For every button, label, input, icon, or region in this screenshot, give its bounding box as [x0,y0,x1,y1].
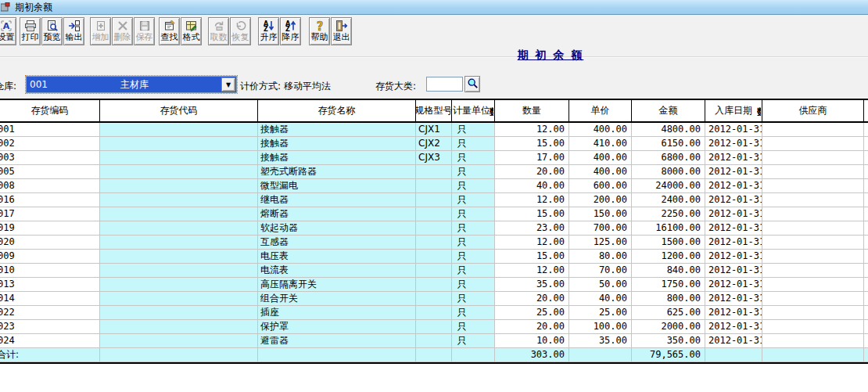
cell-price: 400.00 [569,165,632,179]
cell-unit: 只 [452,250,495,264]
cell-unit: 只 [452,292,495,306]
table-row[interactable]: 003接触器CJX3只17.00400.006800.002012-01-31 [0,151,868,165]
cell-amount: 16100.00 [632,221,705,236]
cell-edge [864,207,868,221]
cell-code2 [100,137,258,151]
cell-name: 高压隔离开关 [258,278,416,292]
cell-code2 [100,151,258,165]
cell-name: 继电器 [258,193,416,207]
cell-date: 2012-01-31 [705,250,762,264]
category-input[interactable] [426,77,463,92]
cell-price [569,348,632,362]
delete-button[interactable]: 删除 [112,17,133,45]
toolbar-button-label: 设置 [0,32,15,43]
toolbar-button-label: 帮助 [311,32,328,43]
find-button[interactable]: 查找 [159,17,180,45]
cell-spec [416,292,452,306]
save-button[interactable]: 保存 [134,17,155,45]
cell-code2 [100,221,258,236]
table-row[interactable]: 020互感器只12.00125.001500.002012-01-31 [0,236,868,250]
cell-supplier [762,137,864,151]
cell-edge [864,348,868,362]
cell-amount: 6150.00 [632,137,705,151]
cell-supplier [762,278,864,292]
table-row[interactable]: 016继电器只12.00200.002400.002012-01-31 [0,193,868,207]
cell-qty: 20.00 [495,165,569,179]
cell-supplier [762,236,864,250]
cell-code2 [100,193,258,207]
add-button[interactable]: 增加 [90,17,111,45]
cell-spec [416,221,452,236]
total-row[interactable]: 合计:303.0079,565.00 [0,348,868,364]
help-button[interactable]: ?帮助 [309,17,330,45]
fetch-icon [213,19,225,32]
toolbar-button-label: 查找 [161,32,178,43]
page-title: 期 初 余 额 [507,49,594,63]
cell-name: 接触器 [258,137,416,151]
table-row[interactable]: 001接触器CJX1只12.00400.004800.002012-01-31 [0,123,868,137]
delete-icon [117,19,129,32]
column-header-unit: 计量单位数 [452,100,495,121]
cell-edge [864,306,868,320]
cell-edge [864,193,868,207]
chevron-down-icon[interactable]: ▼ [221,77,235,92]
print-button[interactable]: 打印 [20,17,41,45]
cell-amount: 625.00 [632,306,705,320]
cell-code: 001 [0,123,100,137]
cell-code2 [100,292,258,306]
cell-amount: 8000.00 [632,165,705,179]
svg-text:Z: Z [264,26,268,32]
cell-code2 [100,264,258,278]
cell-qty: 40.00 [495,179,569,193]
cell-edge [864,278,868,292]
table-row[interactable]: 024避雷器只10.0035.00350.002012-01-31 [0,334,868,348]
sort-desc-button[interactable]: AZ降序 [280,17,301,45]
toolbar-button-label: 保存 [136,32,153,43]
cell-name: 接触器 [258,151,416,165]
table-row[interactable]: 022插座只25.0025.00625.002012-01-31 [0,306,868,320]
cell-price: 50.00 [569,278,632,292]
cell-price: 125.00 [569,236,632,250]
sort-asc-button[interactable]: AZ升序 [258,17,279,45]
cell-amount: 4800.00 [632,123,705,137]
cell-unit: 只 [452,179,495,193]
find-icon [163,19,176,32]
table-row[interactable]: 010电流表只12.0070.00840.002012-01-31 [0,264,868,278]
table-row[interactable]: 013高压隔离开关只35.0050.001750.002012-01-31 [0,278,868,292]
toolbar-button-label: 升序 [260,32,278,43]
settings-button[interactable]: A设置 [0,17,16,45]
cell-date: 2012-01-31 [705,306,762,320]
preview-button[interactable]: 预览 [41,17,63,45]
window-title: 期初余额 [15,1,52,14]
cell-code: 005 [0,165,100,179]
cell-spec: CJX3 [416,151,452,165]
fetch-button[interactable]: 取数 [208,17,229,45]
cell-code2 [100,306,258,320]
cell-unit: 只 [452,306,495,320]
cell-unit: 只 [452,151,495,165]
table-row[interactable]: 009电压表只15.0080.001200.002012-01-31 [0,250,868,264]
exit-button[interactable]: 退出 [331,17,352,45]
help-icon: ? [314,19,326,32]
table-row[interactable]: 005塑壳式断路器只20.00400.008000.002012-01-31 [0,165,868,179]
toolbar-button-label: 降序 [282,32,299,43]
cell-code: 023 [0,320,100,334]
cell-spec [416,250,452,264]
search-button[interactable] [464,76,480,92]
cell-price: 600.00 [569,179,632,193]
table-row[interactable]: 002接触器CJX2只15.00410.006150.002012-01-31 [0,137,868,151]
table-row[interactable]: 008微型漏电只40.00600.0024000.002012-01-31 [0,179,868,193]
cell-name: 电压表 [258,250,416,264]
cell-qty: 303.00 [495,348,569,362]
sort-desc-icon: AZ [285,19,297,32]
cell-qty: 20.00 [495,292,569,306]
table-row[interactable]: 014组合开关只20.0040.00800.002012-01-31 [0,292,868,306]
format-button[interactable]: 格式 [181,17,202,45]
export-button[interactable]: 输出 [63,17,84,45]
undo-button[interactable]: 恢复 [230,17,251,45]
table-row[interactable]: 019软起动器只23.00700.0016100.002012-01-31 [0,221,868,236]
cell-unit: 只 [452,123,495,137]
warehouse-select[interactable]: 001 主材库 ▼ [26,76,237,93]
table-row[interactable]: 023保护罩只20.00100.002000.002012-01-31 [0,320,868,334]
table-row[interactable]: 017熔断器只15.00150.002250.002012-01-31 [0,207,868,221]
